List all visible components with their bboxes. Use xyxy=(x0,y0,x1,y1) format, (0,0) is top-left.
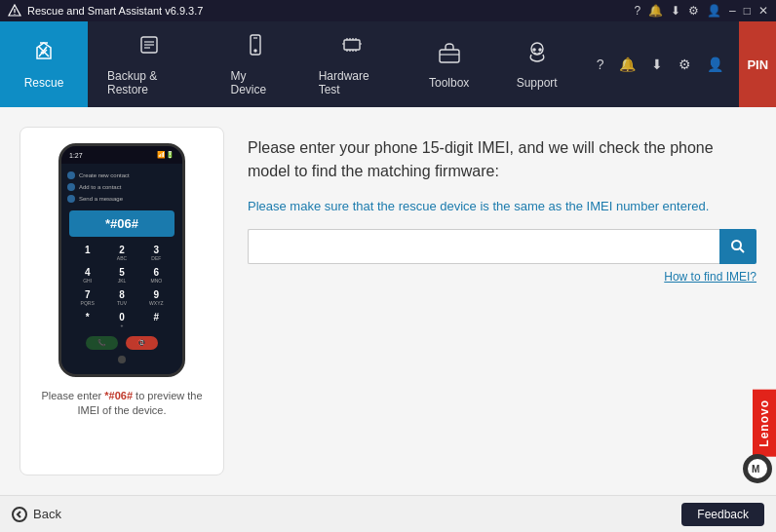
svg-line-29 xyxy=(740,248,744,252)
main-description: Please enter your phone 15-digit IMEI, a… xyxy=(248,136,757,183)
close-btn[interactable]: ✕ xyxy=(758,4,768,18)
pin-button[interactable]: PIN xyxy=(739,21,776,107)
menu-icon-1 xyxy=(67,171,75,179)
support-label: Support xyxy=(517,76,558,90)
minimize-btn[interactable]: – xyxy=(729,4,736,18)
phone-caption: Please enter *#06# to preview the IMEI o… xyxy=(32,389,212,419)
key-4: 4GHI xyxy=(71,265,103,285)
help-nav-icon[interactable]: ? xyxy=(597,57,604,72)
key-6: 6MNO xyxy=(140,265,173,285)
svg-rect-12 xyxy=(344,40,360,50)
device-label: My Device xyxy=(231,69,280,96)
phone-keypad: 1 2ABC 3DEF 4GHI 5JKL 6MNO 7PQRS 8TUV 9W… xyxy=(61,241,182,332)
phone-panel: 1:27 📶🔋 Create new contact Add to a cont… xyxy=(19,127,224,475)
bottom-bar: Back Feedback xyxy=(0,495,776,532)
svg-point-10 xyxy=(254,50,256,52)
imei-input[interactable] xyxy=(248,229,719,264)
menu-icon-3 xyxy=(67,195,75,203)
svg-text:M: M xyxy=(752,464,759,475)
gear-nav-icon[interactable]: ⚙ xyxy=(679,57,691,72)
right-panel: Please enter your phone 15-digit IMEI, a… xyxy=(248,127,757,475)
title-bar: Rescue and Smart Assistant v6.9.3.7 ? 🔔 … xyxy=(0,0,776,21)
hardware-icon xyxy=(339,32,365,63)
nav-item-support[interactable]: Support xyxy=(493,21,581,107)
nav-item-toolbox[interactable]: Toolbox xyxy=(406,21,493,107)
menu-text-1: Create new contact xyxy=(79,172,130,178)
phone-end-btn: 📵 xyxy=(126,336,158,350)
key-9: 9WXYZ xyxy=(140,287,173,308)
nav-item-rescue[interactable]: Rescue xyxy=(0,21,88,107)
phone-imei-bar: *#06# xyxy=(69,210,175,237)
svg-rect-23 xyxy=(440,50,459,62)
device-icon xyxy=(243,32,268,63)
nav-item-backup-restore[interactable]: Backup & Restore xyxy=(88,21,212,107)
phone-imei-code: *#06# xyxy=(105,216,138,231)
imei-code-highlight: *#06# xyxy=(104,390,133,401)
rescue-label: Rescue xyxy=(24,76,64,90)
find-imei-link[interactable]: How to find IMEI? xyxy=(248,270,757,284)
svg-point-26 xyxy=(533,49,535,51)
phone-home-area xyxy=(61,356,182,369)
menu-text-3: Send a message xyxy=(79,196,123,202)
lenovo-badge[interactable]: Lenovo xyxy=(753,390,776,457)
backup-icon xyxy=(136,32,162,63)
backup-label: Backup & Restore xyxy=(107,69,192,96)
motorola-icon: M xyxy=(747,458,768,479)
phone-signal: 📶🔋 xyxy=(157,151,175,159)
phone-call-btn: 📞 xyxy=(86,336,118,350)
feedback-button[interactable]: Feedback xyxy=(681,503,764,526)
nav-right-icons: ? 🔔 ⬇ ⚙ 👤 xyxy=(581,21,740,107)
phone-menu-item: Create new contact xyxy=(67,171,176,179)
window-controls: ? 🔔 ⬇ ⚙ 👤 – □ ✕ xyxy=(634,4,768,18)
svg-point-32 xyxy=(13,508,26,521)
download-icon[interactable]: ⬇ xyxy=(671,4,680,18)
svg-point-2 xyxy=(14,14,15,15)
phone-body: Create new contact Add to a contact Send… xyxy=(61,164,182,374)
warning-text: Please make sure that the rescue device … xyxy=(248,199,757,213)
svg-point-27 xyxy=(539,49,541,51)
toolbox-label: Toolbox xyxy=(429,76,469,90)
profile-icon[interactable]: 👤 xyxy=(707,4,721,18)
phone-time: 1:27 xyxy=(69,152,83,159)
key-hash: # xyxy=(140,310,173,330)
main-content: 1:27 📶🔋 Create new contact Add to a cont… xyxy=(0,107,776,495)
phone-mockup: 1:27 📶🔋 Create new contact Add to a cont… xyxy=(58,143,185,377)
phone-status-bar: 1:27 📶🔋 xyxy=(61,146,182,164)
search-button[interactable] xyxy=(719,229,757,264)
nav-bar: Rescue Backup & Restore My Device xyxy=(0,21,776,107)
key-7: 7PQRS xyxy=(71,287,103,308)
phone-menu-items: Create new contact Add to a contact Send… xyxy=(61,164,182,207)
title-bar-left: Rescue and Smart Assistant v6.9.3.7 xyxy=(8,4,203,18)
maximize-btn[interactable]: □ xyxy=(744,4,751,18)
back-arrow-icon xyxy=(12,507,27,522)
phone-home-dot xyxy=(118,356,126,363)
nav-item-my-device[interactable]: My Device xyxy=(212,21,299,107)
back-button[interactable]: Back xyxy=(12,507,61,522)
phone-bottom-buttons: 📞 📵 xyxy=(61,332,182,356)
phone-menu-item: Send a message xyxy=(67,195,176,203)
key-8: 8TUV xyxy=(105,287,137,308)
hardware-label: Hardware Test xyxy=(319,69,386,96)
title-text: Rescue and Smart Assistant v6.9.3.7 xyxy=(27,5,203,17)
motorola-badge[interactable]: M xyxy=(743,454,772,483)
settings-icon[interactable]: ⚙ xyxy=(688,4,699,18)
bell-icon[interactable]: 🔔 xyxy=(648,4,663,18)
phone-menu-item: Add to a contact xyxy=(67,183,176,191)
menu-text-2: Add to a contact xyxy=(79,184,121,190)
download-nav-icon[interactable]: ⬇ xyxy=(651,57,663,72)
key-1: 1 xyxy=(71,243,103,263)
bell-nav-icon[interactable]: 🔔 xyxy=(619,57,636,72)
key-3: 3DEF xyxy=(140,243,173,263)
search-icon xyxy=(730,239,746,254)
back-label: Back xyxy=(33,507,61,521)
user-nav-icon[interactable]: 👤 xyxy=(707,57,723,72)
help-icon[interactable]: ? xyxy=(634,4,640,18)
key-star: * xyxy=(71,310,103,330)
rescue-icon xyxy=(31,39,57,70)
nav-item-hardware-test[interactable]: Hardware Test xyxy=(299,21,406,107)
key-5: 5JKL xyxy=(105,265,137,285)
imei-input-row xyxy=(248,229,757,264)
app-icon xyxy=(8,4,21,18)
svg-point-28 xyxy=(732,241,741,249)
toolbox-icon xyxy=(437,39,462,70)
